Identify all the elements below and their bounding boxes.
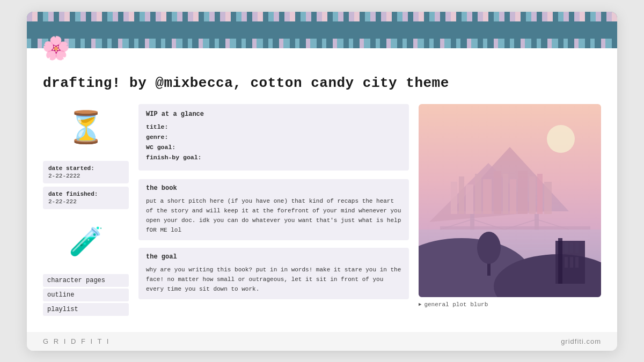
nav-links: character pages outline playlist <box>43 274 129 316</box>
svg-point-30 <box>477 232 501 264</box>
date-started-value: 2-22-2222 <box>48 173 123 179</box>
book-section-title: the book <box>146 184 401 192</box>
brand-left: G R I D F I T I <box>43 337 110 345</box>
left-sidebar: ⏳ date started: 2-22-2222 date finished:… <box>43 104 129 316</box>
wip-finish-row: finish-by goal: <box>146 154 401 161</box>
nav-playlist[interactable]: playlist <box>43 303 129 316</box>
svg-rect-8 <box>483 179 492 214</box>
hourglass-decoration: ⏳ <box>64 104 107 152</box>
nav-outline[interactable]: outline <box>43 289 129 301</box>
caption-text: general plot blurb <box>424 301 488 308</box>
goal-section-card: the goal why are you writing this book? … <box>138 248 409 299</box>
brand-right: gridfiti.com <box>561 337 601 345</box>
flower-decoration: 🌸 <box>42 39 70 61</box>
svg-rect-6 <box>466 184 473 214</box>
book-section-card: the book put a short pitch here (if you … <box>138 179 409 241</box>
svg-rect-13 <box>529 176 536 214</box>
nav-character-pages[interactable]: character pages <box>43 274 129 287</box>
book-section-text: put a short pitch here (if you have one)… <box>146 196 401 235</box>
svg-rect-12 <box>518 171 528 214</box>
svg-rect-10 <box>503 174 508 214</box>
svg-rect-14 <box>537 174 543 214</box>
svg-rect-15 <box>544 182 552 214</box>
date-finished-block: date finished: 2-22-222 <box>43 187 129 209</box>
wip-card-title: WIP at a glance <box>146 110 401 118</box>
pixel-header-banner <box>27 12 617 48</box>
svg-rect-7 <box>475 174 481 214</box>
page-title: drafting! by @mixbecca, cotton candy cit… <box>43 75 601 91</box>
goal-section-title: the goal <box>146 253 401 261</box>
svg-rect-33 <box>565 242 568 253</box>
svg-rect-38 <box>575 257 579 268</box>
right-image-column: ▶ general plot blurb <box>419 104 601 308</box>
wip-glance-card: WIP at a glance title: genre: WC goal: f… <box>138 104 409 171</box>
svg-rect-32 <box>558 238 562 284</box>
svg-rect-9 <box>494 171 501 214</box>
wip-wc-row: WC goal: <box>146 144 401 151</box>
svg-rect-37 <box>570 257 573 268</box>
svg-rect-11 <box>510 179 516 214</box>
footer-bar: G R I D F I T I gridfiti.com <box>27 332 617 351</box>
city-skyline-image <box>419 104 601 297</box>
main-content-area: 🌸 drafting! by @mixbecca, cotton candy c… <box>27 48 617 332</box>
three-col-layout: ⏳ date started: 2-22-2222 date finished:… <box>43 104 601 316</box>
potion-decoration: 🧪 <box>64 220 107 265</box>
svg-rect-22 <box>535 214 539 230</box>
middle-content: WIP at a glance title: genre: WC goal: f… <box>129 104 419 307</box>
date-finished-label: date finished: <box>48 191 123 197</box>
wip-genre-row: genre: <box>146 134 401 141</box>
caption-arrow-icon: ▶ <box>419 301 421 307</box>
date-started-block: date started: 2-22-2222 <box>43 161 129 183</box>
goal-section-text: why are you writing this book? put in in… <box>146 265 401 294</box>
image-caption: ▶ general plot blurb <box>419 301 601 308</box>
date-finished-value: 2-22-222 <box>48 198 123 205</box>
wip-title-row: title: <box>146 123 401 130</box>
date-started-label: date started: <box>48 165 123 172</box>
svg-rect-34 <box>570 242 573 253</box>
svg-rect-5 <box>459 176 464 214</box>
svg-rect-35 <box>575 242 579 253</box>
svg-rect-21 <box>470 214 474 230</box>
svg-rect-4 <box>451 182 457 214</box>
svg-rect-36 <box>565 257 568 268</box>
svg-point-1 <box>547 125 575 153</box>
app-window: 🌸 drafting! by @mixbecca, cotton candy c… <box>27 12 617 351</box>
